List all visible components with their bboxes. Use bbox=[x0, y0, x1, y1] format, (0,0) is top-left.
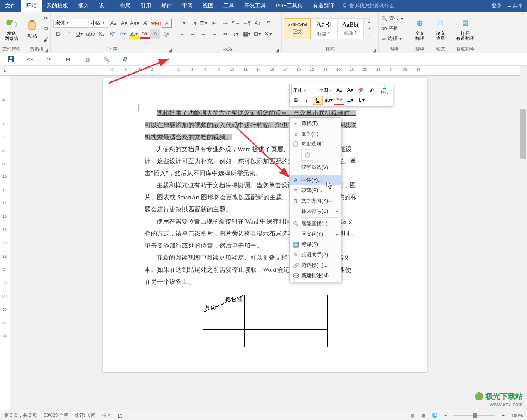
cut-button[interactable]: ✂ bbox=[41, 13, 51, 22]
replace-button[interactable]: ab替换 bbox=[381, 24, 403, 33]
subscript-button[interactable]: X₂ bbox=[96, 29, 106, 39]
share-button[interactable]: ☁ 共享 bbox=[507, 2, 523, 10]
tab-view[interactable]: 视图 bbox=[198, 0, 218, 12]
line-spacing-button[interactable]: ↕▾ bbox=[231, 29, 241, 39]
style-heading1[interactable]: AaBl标题 1 bbox=[311, 18, 337, 39]
strike-button[interactable]: abc bbox=[86, 29, 96, 39]
format-painter-button[interactable]: 🖌 bbox=[41, 35, 51, 44]
ctx-smart-find[interactable]: 🔍智能查找(L) bbox=[290, 219, 341, 229]
justify-button[interactable]: ≡ bbox=[209, 29, 219, 39]
doc-paragraph[interactable]: 使用在需要位置出现的新按钮在 Word 中保存时间。若要更改图片适应文 bbox=[145, 216, 385, 228]
ctx-paste-keep-text[interactable]: 📋 bbox=[301, 149, 313, 161]
grow-font-button[interactable]: A▴ bbox=[109, 19, 119, 28]
mini-styles[interactable]: A样式 bbox=[377, 86, 392, 95]
font-color-button[interactable]: A▾ bbox=[140, 29, 150, 39]
zoom-out-button[interactable]: − bbox=[444, 413, 447, 418]
mini-font-family[interactable]: 宋体▾ bbox=[291, 86, 316, 94]
view-web-layout[interactable]: 🌐 bbox=[432, 413, 438, 418]
status-lang-icon[interactable]: 🕮 bbox=[118, 413, 123, 418]
copy-button[interactable]: ⧉ bbox=[41, 24, 51, 33]
mini-bullets[interactable]: ≣▾ bbox=[345, 96, 355, 105]
align-right-button[interactable]: ≡ bbox=[199, 29, 208, 39]
tab-templates[interactable]: 我的模板 bbox=[42, 0, 73, 12]
tab-dev[interactable]: 开发工具 bbox=[239, 0, 271, 12]
align-center-button[interactable]: ≡ bbox=[188, 29, 198, 39]
multilevel-button[interactable]: ☰▾ bbox=[199, 19, 208, 28]
redo-button[interactable]: ↷ bbox=[45, 55, 53, 64]
doc-paragraph[interactable]: 机搜索最适合您的文档的视频。 bbox=[145, 131, 385, 143]
ctx-hyperlink[interactable]: 🔗超链接(H)... bbox=[290, 260, 341, 270]
style-normal[interactable]: AaBbCcDd正文 bbox=[284, 18, 311, 39]
status-track[interactable]: 修订: 关闭 bbox=[75, 412, 96, 418]
doc-paragraph[interactable]: 片、图表或 SmartArt 图形将会更改以匹配新的主题。当您应用样式时，您的标 bbox=[145, 192, 385, 204]
collapse-ribbon-button[interactable]: ˄ bbox=[517, 12, 527, 53]
table-cell[interactable] bbox=[244, 330, 286, 347]
doc-paragraph[interactable]: 视频提供了功能强大的方法帮助您证明您的观点。当您单击联机视频时， bbox=[145, 107, 385, 119]
status-page[interactable]: 第 3 页，共 3 页 bbox=[4, 412, 37, 418]
styles-down-button[interactable]: ▾ bbox=[364, 25, 374, 32]
italic-button[interactable]: I bbox=[64, 29, 74, 39]
text-effects-button[interactable]: A▾ bbox=[118, 29, 128, 39]
tab-tools[interactable]: 工具 bbox=[218, 0, 239, 12]
table-cell[interactable] bbox=[286, 312, 327, 330]
increase-indent-button[interactable]: ⇥ bbox=[220, 19, 230, 28]
send-to-wechat-button[interactable]: 发送 到微信 bbox=[2, 14, 20, 44]
font-size-combo[interactable]: 小四▾ bbox=[89, 19, 108, 28]
decrease-indent-button[interactable]: ⇤ bbox=[209, 19, 219, 28]
find-button[interactable]: 🔍查找▾ bbox=[381, 14, 403, 23]
styles-up-button[interactable]: ▴ bbox=[364, 19, 374, 25]
view-print-layout[interactable]: ▦ bbox=[421, 413, 425, 418]
document-page[interactable]: 视频提供了功能强大的方法帮助您证明您的观点。当您单击联机视频时， 可以在想要添加… bbox=[103, 78, 427, 372]
tab-insert[interactable]: 插入 bbox=[73, 0, 94, 12]
rtl-button[interactable]: ←¶ bbox=[242, 19, 252, 28]
qat-print-preview-button[interactable]: 🔍 bbox=[102, 55, 110, 64]
status-insert-mode[interactable]: 插入 bbox=[102, 412, 111, 418]
bold-button[interactable]: B bbox=[53, 29, 63, 39]
styles-launcher-icon[interactable]: ◢ bbox=[372, 47, 377, 52]
tab-youdao[interactable]: 有道翻译 bbox=[308, 0, 339, 12]
change-case-button[interactable]: Aa▾ bbox=[130, 19, 140, 28]
ctx-hanzi-reselect[interactable]: 汉字重选(V) bbox=[290, 162, 341, 173]
qat-print-button[interactable]: 🖶 bbox=[121, 55, 130, 64]
doc-paragraph[interactable]: 可以在想要添加的视频的嵌入代码中进行粘贴。您也可以键入一个关键字以联 bbox=[145, 119, 385, 131]
ctx-insert-symbol[interactable]: 插入符号(S)▸ bbox=[290, 206, 341, 216]
doc-paragraph[interactable]: 在另一个设备上。 bbox=[145, 276, 385, 288]
zoom-in-button[interactable]: + bbox=[502, 413, 504, 418]
borders-button[interactable]: ⊞▾ bbox=[252, 29, 262, 39]
align-left-button[interactable]: ≡ bbox=[177, 29, 187, 39]
font-family-combo[interactable]: 宋体▾ bbox=[53, 19, 88, 28]
ltr-button[interactable]: ¶→ bbox=[231, 19, 241, 28]
tabs-button[interactable]: ✕▾ bbox=[263, 29, 273, 39]
underline-button[interactable]: U▾ bbox=[75, 29, 85, 39]
ctx-cut[interactable]: ✂剪切(T) bbox=[290, 118, 341, 129]
ctx-new-comment[interactable]: 💬新建批注(M) bbox=[290, 270, 341, 281]
superscript-button[interactable]: X² bbox=[107, 29, 117, 39]
zoom-level[interactable]: 100% bbox=[511, 413, 523, 418]
table-cell[interactable]: 销售额月份 bbox=[203, 295, 244, 312]
horizontal-ruler[interactable]: 8642 2468101214161820222426283032343638 bbox=[10, 66, 520, 76]
vertical-scrollbar[interactable] bbox=[520, 76, 527, 410]
scrollbar-thumb[interactable] bbox=[520, 109, 526, 159]
styles-more-button[interactable]: ⌄ bbox=[364, 32, 374, 39]
numbering-button[interactable]: ⒈▾ bbox=[188, 19, 198, 28]
font-launcher-icon[interactable]: ◢ bbox=[167, 47, 172, 52]
clipboard-launcher-icon[interactable]: ◢ bbox=[44, 47, 49, 52]
full-translate-button[interactable]: 🌐全文 翻译 bbox=[412, 14, 427, 44]
table-cell[interactable] bbox=[244, 312, 286, 330]
qat-new-button[interactable]: ▥ bbox=[83, 55, 91, 64]
mini-phonetic[interactable]: 变 bbox=[356, 86, 366, 95]
show-marks-button[interactable]: ¶ bbox=[263, 19, 273, 28]
open-youdao-button[interactable]: 🔤打开 有道翻译 bbox=[453, 14, 477, 44]
qat-touch-button[interactable]: ⊟ bbox=[64, 55, 72, 64]
undo-button[interactable]: ↶▾ bbox=[26, 55, 34, 64]
mini-italic[interactable]: I bbox=[302, 96, 312, 105]
ctx-copy[interactable]: ⧉复制(C) bbox=[290, 129, 341, 139]
vertical-ruler[interactable]: 2246810121416182022242628303234 bbox=[0, 76, 10, 410]
tab-review[interactable]: 审阅 bbox=[177, 0, 198, 12]
tab-start[interactable]: 开始 bbox=[21, 0, 42, 12]
table-cell[interactable] bbox=[203, 312, 244, 330]
tab-pdf[interactable]: PDF工具集 bbox=[271, 0, 308, 12]
shrink-font-button[interactable]: A▾ bbox=[119, 19, 129, 28]
shading-button[interactable]: ▦▾ bbox=[242, 29, 252, 39]
doc-paragraph[interactable]: 题会进行更改以匹配新的主题。 bbox=[145, 204, 385, 216]
